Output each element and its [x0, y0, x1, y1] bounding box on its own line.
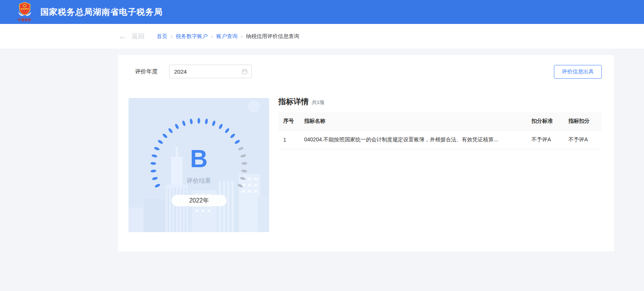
cell-deduction: 不予评A	[568, 136, 602, 143]
chevron-right-icon: ›	[211, 33, 213, 39]
breadcrumb: 首页 › 税务数字账户 › 账户查询 › 纳税信用评价信息查询	[157, 33, 299, 40]
credit-grade: B	[128, 147, 269, 171]
tax-bureau-logo: 中国税务	[14, 2, 36, 22]
evaluation-year-label: 评价年度	[135, 65, 158, 78]
breadcrumb-account-query[interactable]: 账户查询	[216, 33, 238, 40]
col-header-standard: 扣分标准	[531, 118, 568, 125]
col-header-index: 序号	[278, 118, 304, 125]
rating-year-chip[interactable]: 2022年	[171, 195, 227, 206]
cell-name: 040204.不能按照国家统一的会计制度规定设置账簿，并根据合法、有效凭证核算.…	[304, 136, 531, 143]
credit-rating-card: B 评价结果 2022年	[128, 98, 269, 232]
section-header: 指标详情 共1项	[278, 96, 324, 107]
logo-caption: 中国税务	[18, 18, 32, 22]
breadcrumb-current: 纳税信用评价信息查询	[246, 33, 299, 40]
back-button[interactable]: 返回	[132, 32, 144, 41]
section-count-badge: 共1项	[312, 99, 324, 106]
evaluation-year-picker[interactable]	[169, 65, 252, 78]
section-title: 指标详情	[278, 96, 309, 107]
evaluation-year-input[interactable]	[170, 68, 234, 75]
gauge-tick	[198, 118, 200, 124]
table-row: 1 040204.不能按照国家统一的会计制度规定设置账簿，并根据合法、有效凭证核…	[278, 130, 602, 149]
indicator-table: 序号 指标名称 扣分标准 指标扣分 1 040204.不能按照国家统一的会计制度…	[278, 112, 602, 149]
back-arrow-icon[interactable]: ←	[119, 32, 127, 41]
cell-index: 1	[278, 137, 304, 143]
page-title: 国家税务总局湖南省电子税务局	[40, 6, 163, 18]
app-header: 中国税务 国家税务总局湖南省电子税务局	[0, 0, 644, 24]
breadcrumb-digital-account[interactable]: 税务数字账户	[176, 33, 208, 40]
cell-standard: 不予评A	[531, 136, 568, 143]
breadcrumb-bar: ← 返回 首页 › 税务数字账户 › 账户查询 › 纳税信用评价信息查询	[0, 24, 644, 49]
breadcrumb-home[interactable]: 首页	[157, 33, 167, 40]
chevron-right-icon: ›	[171, 33, 172, 39]
table-header-row: 序号 指标名称 扣分标准 指标扣分	[278, 112, 602, 130]
chevron-right-icon: ›	[241, 33, 243, 39]
content-card: 评价年度 评价信息出具	[118, 55, 614, 251]
calendar-icon[interactable]	[242, 69, 247, 74]
col-header-name: 指标名称	[304, 118, 531, 125]
tax-emblem-icon	[17, 2, 33, 17]
issue-evaluation-info-button[interactable]: 评价信息出具	[554, 65, 602, 79]
credit-grade-label: 评价结果	[128, 177, 269, 185]
col-header-deduction: 指标扣分	[568, 118, 602, 125]
